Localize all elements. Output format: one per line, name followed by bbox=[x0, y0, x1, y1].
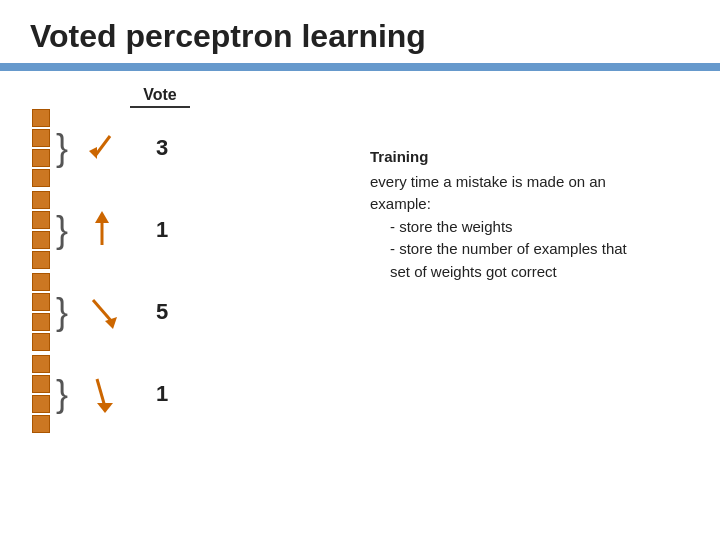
training-indent1: - store the weights bbox=[390, 216, 700, 239]
arrow-area bbox=[72, 200, 132, 260]
bracket: } bbox=[56, 376, 68, 412]
svg-marker-3 bbox=[95, 211, 109, 223]
square bbox=[32, 251, 50, 269]
squares-col bbox=[30, 355, 52, 433]
bracket: } bbox=[56, 212, 68, 248]
square bbox=[32, 109, 50, 127]
vote-number: 1 bbox=[142, 217, 182, 243]
square bbox=[32, 169, 50, 187]
bracket: } bbox=[56, 130, 68, 166]
arrow-area bbox=[72, 282, 132, 342]
arrow-down-icon bbox=[75, 367, 130, 422]
bracket: } bbox=[56, 294, 68, 330]
squares-col bbox=[30, 191, 52, 269]
training-text: Training every time a mistake is made on… bbox=[350, 86, 700, 441]
vote-label: Vote bbox=[130, 86, 190, 104]
training-line1: every time a mistake is made on an bbox=[370, 171, 700, 194]
training-label: Training bbox=[370, 146, 700, 169]
squares-col bbox=[30, 109, 52, 187]
left-panel: Vote } bbox=[30, 86, 350, 441]
rows-container: } 3 bbox=[30, 113, 350, 441]
arrow-area bbox=[72, 364, 132, 424]
training-indent3: set of weights got correct bbox=[390, 261, 700, 284]
training-indent2: - store the number of examples that bbox=[390, 238, 700, 261]
square bbox=[32, 333, 50, 351]
svg-marker-1 bbox=[89, 147, 97, 159]
square bbox=[32, 293, 50, 311]
square bbox=[32, 355, 50, 373]
square bbox=[32, 313, 50, 331]
arrow-area bbox=[72, 118, 132, 178]
svg-line-0 bbox=[95, 136, 110, 156]
arrow-left-icon bbox=[75, 121, 130, 176]
table-row: } 5 bbox=[30, 277, 350, 347]
vote-underline bbox=[130, 106, 190, 108]
squares-col bbox=[30, 273, 52, 351]
vote-number: 1 bbox=[142, 381, 182, 407]
square bbox=[32, 375, 50, 393]
table-row: } 1 bbox=[30, 195, 350, 265]
blue-bar bbox=[0, 63, 720, 71]
square bbox=[32, 415, 50, 433]
vote-number: 5 bbox=[142, 299, 182, 325]
vote-header: Vote bbox=[130, 86, 350, 108]
svg-marker-7 bbox=[97, 403, 113, 413]
training-line2: example: bbox=[370, 193, 700, 216]
vote-number: 3 bbox=[142, 135, 182, 161]
square bbox=[32, 129, 50, 147]
table-row: } 3 bbox=[30, 113, 350, 183]
table-row: } 1 bbox=[30, 359, 350, 429]
arrow-diagonal-icon bbox=[75, 285, 130, 340]
page-title: Voted perceptron learning bbox=[0, 0, 720, 63]
square bbox=[32, 273, 50, 291]
square bbox=[32, 149, 50, 167]
square bbox=[32, 395, 50, 413]
square bbox=[32, 191, 50, 209]
square bbox=[32, 211, 50, 229]
svg-line-6 bbox=[97, 379, 105, 407]
square bbox=[32, 231, 50, 249]
arrow-up-icon bbox=[75, 203, 130, 258]
